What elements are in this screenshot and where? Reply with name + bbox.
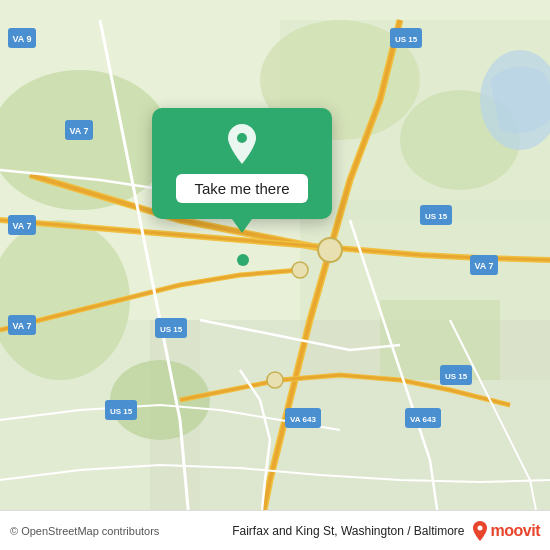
map-background: VA 9 VA 7 VA 7 VA 7 VA 7 US 15 US 15 US … xyxy=(0,0,550,550)
branding-area: Fairfax and King St, Washington / Baltim… xyxy=(232,520,540,542)
svg-text:US 15: US 15 xyxy=(395,35,418,44)
svg-text:VA 643: VA 643 xyxy=(410,415,436,424)
moovit-wordmark: moovit xyxy=(491,522,540,540)
moovit-pin-icon xyxy=(471,520,489,542)
svg-point-13 xyxy=(292,262,308,278)
map-container: VA 9 VA 7 VA 7 VA 7 VA 7 US 15 US 15 US … xyxy=(0,0,550,550)
map-pin-icon xyxy=(223,122,261,166)
svg-point-12 xyxy=(318,238,342,262)
svg-text:VA 7: VA 7 xyxy=(474,261,493,271)
svg-text:VA 7: VA 7 xyxy=(69,126,88,136)
location-icon-wrap xyxy=(220,122,264,166)
take-me-there-button[interactable]: Take me there xyxy=(176,174,307,203)
svg-text:VA 7: VA 7 xyxy=(12,321,31,331)
location-label: Fairfax and King St, Washington / Baltim… xyxy=(232,524,464,538)
svg-text:VA 7: VA 7 xyxy=(12,221,31,231)
svg-point-40 xyxy=(237,133,247,143)
svg-text:VA 9: VA 9 xyxy=(12,34,31,44)
svg-text:US 15: US 15 xyxy=(160,325,183,334)
svg-text:US 15: US 15 xyxy=(425,212,448,221)
svg-text:US 15: US 15 xyxy=(110,407,133,416)
svg-point-14 xyxy=(267,372,283,388)
moovit-logo: moovit xyxy=(471,520,540,542)
svg-text:VA 643: VA 643 xyxy=(290,415,316,424)
popup-card: Take me there xyxy=(152,108,332,219)
attribution-area: © OpenStreetMap contributors xyxy=(10,525,159,537)
svg-point-41 xyxy=(477,525,482,530)
svg-text:US 15: US 15 xyxy=(445,372,468,381)
osm-attribution: © OpenStreetMap contributors xyxy=(10,525,159,537)
bottom-bar: © OpenStreetMap contributors Fairfax and… xyxy=(0,510,550,550)
svg-point-39 xyxy=(237,254,249,266)
